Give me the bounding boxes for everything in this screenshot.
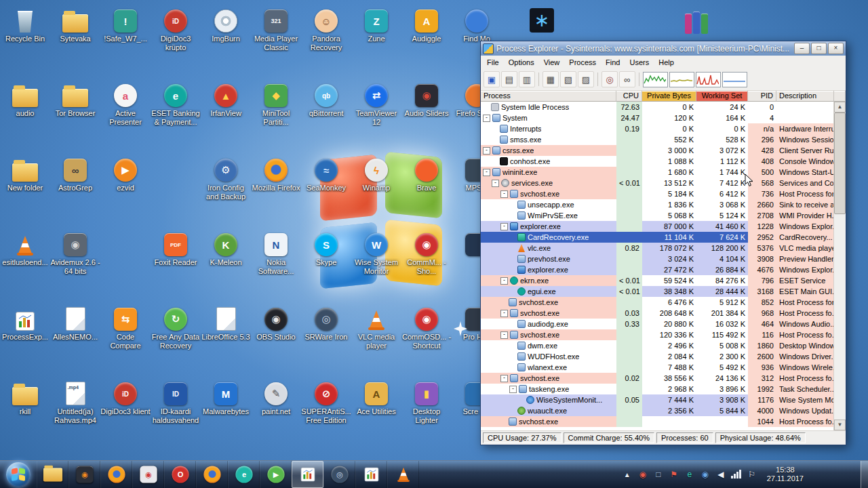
process-row-explorer-exe-4676[interactable]: explorer.exe27 472 K26 884 K4676Windows … <box>481 264 834 275</box>
desktop-icon-ezvid[interactable]: ▶ezvid <box>100 153 151 192</box>
process-row-smss-exe-296[interactable]: smss.exe552 K528 K296Windows Sessio... <box>481 134 834 145</box>
menu-process[interactable]: Process <box>564 57 601 68</box>
tray-action-center[interactable]: ⚐ <box>747 469 757 480</box>
desktop-icon-vlc-media-player[interactable]: VLC media player <box>351 302 401 350</box>
scrollbar-thumb[interactable] <box>834 113 846 214</box>
taskbar-e-browser[interactable]: e <box>228 461 260 488</box>
show-desktop-button[interactable] <box>861 461 868 488</box>
desktop-icon-astrogrep[interactable]: ∞AstroGrep <box>50 153 100 192</box>
title-bar[interactable]: Process Explorer - Sysinternals: www.sys… <box>481 41 846 56</box>
desktop-icon-libreoffice-5-3[interactable]: LibreOffice 5.3 <box>201 302 251 342</box>
process-row-svchost-exe-1044[interactable]: svchost.exe1044Host Process fo... <box>481 416 834 427</box>
desktop-icon-safe-w7[interactable]: !!Safe_W7_... <box>100 4 151 43</box>
desktop-icon-eset-banking-payment[interactable]: eESET Banking & Payment... <box>151 79 201 127</box>
desktop-icon-untitled-ja-rahvas-mp4[interactable]: .mp4Untitled(ja) Rahvas.mp4 <box>50 377 100 425</box>
desktop-icon-media-player-classic[interactable]: 321Media Player Classic <box>251 4 301 52</box>
desktop-icon-pandora-recovery[interactable]: ☺Pandora Recovery <box>301 4 351 52</box>
taskbar-browser-orange[interactable] <box>100 461 132 488</box>
taskbar-iron-browser[interactable]: ◎ <box>323 461 355 488</box>
desktop-icon-ace-utilities[interactable]: AAce Utilities <box>351 377 401 416</box>
desktop-icon-audio-sliders[interactable]: ◉Audio Sliders <box>401 79 452 118</box>
desktop-icon-find-mo[interactable]: Find Mo <box>452 4 502 43</box>
desktop-icon-avidemux-2-6-64-bits[interactable]: ◉Avidemux 2.6 - 64 bits <box>50 228 100 276</box>
taskbar-app-red-white[interactable]: ◉ <box>132 461 164 488</box>
desktop-icon-commm-sho[interactable]: ◉CommM... - Sho... <box>401 228 452 276</box>
start-button[interactable] <box>6 462 31 487</box>
tree-expander-icon[interactable]: - <box>500 223 508 230</box>
desktop-icon-k-meleon[interactable]: KK-Meleon <box>201 228 251 267</box>
desktop-icon-code-compare[interactable]: ⇆Code Compare <box>100 302 151 350</box>
menu-options[interactable]: Options <box>504 57 539 68</box>
desktop-icon-active-presenter[interactable]: aActive Presenter <box>100 79 151 127</box>
tray-network[interactable] <box>731 469 742 480</box>
desktop-icon-free-any-data-recovery[interactable]: ↻Free Any Data Recovery <box>151 302 201 350</box>
desktop-icon-processexp[interactable]: ProcessExp... <box>0 302 50 342</box>
column-header-cpu[interactable]: CPU <box>616 91 642 102</box>
taskbar-media-player[interactable]: ◉ <box>68 461 100 488</box>
desktop-icon-brave[interactable]: Brave <box>401 153 452 192</box>
tray-eset[interactable]: e <box>684 469 695 480</box>
process-row-wininit-exe-500[interactable]: -wininit.exe1 680 K1 744 K500Windows Sta… <box>481 167 834 178</box>
desktop-icon-teamviewer-12[interactable]: ⇄TeamViewer 12 <box>351 79 401 127</box>
process-row-svchost-exe-968[interactable]: -svchost.exe0.03208 648 K201 384 K968Hos… <box>481 308 834 319</box>
process-row-conhost-exe-408[interactable]: conhost.exe1 088 K1 112 K408Console Wind… <box>481 156 834 167</box>
process-row-system-idle-process-0[interactable]: System Idle Process72.630 K24 K0 <box>481 102 834 113</box>
tree-expander-icon[interactable]: - <box>500 190 508 198</box>
desktop-icon-seamonkey[interactable]: ≈SeaMonkey <box>301 153 351 192</box>
desktop-icon-sytevaka[interactable]: Sytevaka <box>50 4 100 43</box>
process-row-svchost-exe-312[interactable]: -svchost.exe0.0238 556 K24 136 K312Host … <box>481 373 834 384</box>
find-window-target-icon[interactable]: ◎ <box>601 71 618 87</box>
process-row-cardrecovery-exe-2952[interactable]: CardRecovery.exe11 104 K7 624 K2952CardR… <box>481 232 834 243</box>
desktop-icon-audio[interactable]: audio <box>0 79 50 118</box>
process-row-unsecapp-exe-2660[interactable]: unsecapp.exe1 836 K3 068 K2660Sink to re… <box>481 199 834 210</box>
desktop-icon-new-folder[interactable]: New folder <box>0 153 50 192</box>
desktop-icon-audiggle[interactable]: AAudiggle <box>401 4 452 43</box>
tree-expander-icon[interactable]: - <box>483 147 490 155</box>
column-header-description[interactable]: Description <box>776 91 834 102</box>
desktop-icon-commosd-shortcut[interactable]: ◉CommOSD... - Shortcut <box>401 302 452 350</box>
desktop-icon-superantis-free-edition[interactable]: ⊘SUPERAntiS... Free Edition <box>301 377 351 425</box>
system-information-button[interactable]: ▥ <box>519 71 535 87</box>
process-row-dwm-exe-1860[interactable]: dwm.exe2 496 K5 008 K1860Desktop Window.… <box>481 340 834 351</box>
show-process-tree-button[interactable]: ▦ <box>542 71 559 87</box>
tree-expander-icon[interactable]: - <box>483 115 490 122</box>
process-row-taskeng-exe-1992[interactable]: -taskeng.exe2 968 K3 896 K1992Task Sched… <box>481 384 834 394</box>
process-row-services-exe-568[interactable]: -services.exe< 0.0113 512 K7 412 K568Ser… <box>481 178 834 188</box>
desktop-icon-srware-iron[interactable]: ◎SRWare Iron <box>301 302 351 342</box>
tree-expander-icon[interactable]: - <box>492 180 499 187</box>
process-row-egui-exe-3168[interactable]: egui.exe< 0.0138 348 K28 444 K3168ESET M… <box>481 286 834 297</box>
maximize-button[interactable]: □ <box>811 43 827 54</box>
vertical-scrollbar[interactable]: ▲ ▼ <box>833 102 846 430</box>
desktop-icon-mozilla-firefox[interactable]: Mozilla Firefox <box>251 153 301 192</box>
cpu-graph[interactable] <box>643 72 668 87</box>
tree-expander-icon[interactable]: - <box>500 310 508 317</box>
desktop-icon-foxit-reader[interactable]: PDFFoxit Reader <box>151 228 201 267</box>
desktop-icon-zune[interactable]: ZZune <box>351 4 401 43</box>
taskbar-process-explorer[interactable] <box>292 461 323 488</box>
column-header-pid[interactable]: PID <box>748 91 776 102</box>
tray-security-alert[interactable]: ⚑ <box>669 469 679 480</box>
column-header-working-set[interactable]: Working Set <box>696 91 748 102</box>
desktop-icon-nokia-software[interactable]: NNokia Software... <box>251 228 301 276</box>
tree-expander-icon[interactable]: - <box>509 386 517 393</box>
desktop-icon-rkill[interactable]: rkill <box>0 377 50 416</box>
desktop-icon-obs-studio[interactable]: ◉OBS Studio <box>251 302 301 342</box>
process-row-audiodg-exe-464[interactable]: audiodg.exe0.3320 880 K16 032 K464Window… <box>481 319 834 329</box>
process-row-prevhost-exe-3908[interactable]: prevhost.exe3 024 K4 104 K3908Preview Ha… <box>481 253 834 264</box>
io-graph[interactable] <box>696 72 721 87</box>
process-row-wisesystemmonit-1176[interactable]: WiseSystemMonit...0.057 444 K3 908 K1176… <box>481 394 834 405</box>
process-row-svchost-exe-116[interactable]: -svchost.exe120 336 K115 492 K116Host Pr… <box>481 329 834 340</box>
menu-find[interactable]: Find <box>601 57 625 68</box>
process-row-wuauclt-exe-4000[interactable]: wuauclt.exe2 356 K5 844 K4000Windows Upd… <box>481 405 834 416</box>
refresh-button[interactable]: ▤ <box>501 71 517 87</box>
process-row-wudfhost-exe-2600[interactable]: WUDFHost.exe2 084 K2 300 K2600Windows Dr… <box>481 351 834 362</box>
recycle-bin[interactable]: Recycle Bin <box>0 4 50 43</box>
commit-graph[interactable] <box>669 72 694 87</box>
process-row-vlc-exe-5376[interactable]: vlc.exe0.82178 072 K128 200 K5376VLC med… <box>481 243 834 253</box>
desktop-icon-imgburn[interactable]: ImgBurn <box>201 4 251 43</box>
menu-view[interactable]: View <box>539 57 565 68</box>
tree-expander-icon[interactable]: - <box>500 331 508 339</box>
close-button[interactable]: × <box>828 43 844 54</box>
taskbar-system-monitor[interactable] <box>355 461 387 488</box>
tree-expander-icon[interactable]: - <box>500 375 508 382</box>
